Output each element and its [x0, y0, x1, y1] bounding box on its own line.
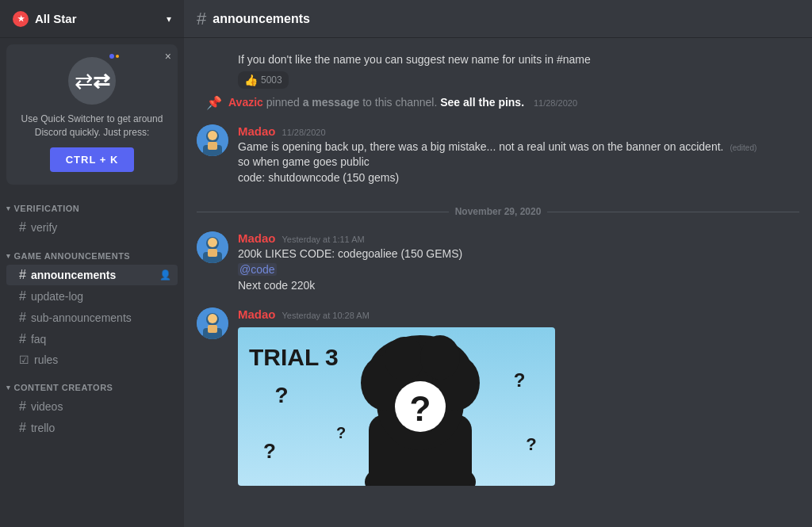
- svg-point-22: [385, 337, 424, 381]
- sidebar-item-trello[interactable]: # trello: [6, 418, 178, 438]
- date-divider: November 29, 2020: [197, 206, 799, 217]
- switcher-arrows-icon: ⇄: [68, 57, 116, 105]
- system-username: Avazic: [228, 96, 263, 109]
- sidebar-item-faq[interactable]: # faq: [6, 329, 178, 349]
- message-text: If you don't like the name you can sugge…: [238, 52, 799, 68]
- message-group-madao-1: Madao 11/28/2020 Game is opening back up…: [197, 121, 799, 189]
- timestamp-3: Yesterday at 10:28 AM: [282, 311, 370, 320]
- channel-header-hash-icon: #: [197, 9, 206, 29]
- reaction-count: 5003: [261, 74, 282, 86]
- username-madao-3: Madao: [238, 307, 276, 321]
- channel-name-faq: faq: [31, 333, 171, 346]
- svg-text:TRIAL 3: TRIAL 3: [249, 344, 339, 370]
- quick-switcher-panel: × ⇄ Use Quick Switcher to get aroundDisc…: [6, 44, 178, 185]
- reaction[interactable]: 👍 5003: [238, 71, 289, 89]
- svg-rect-14: [208, 325, 217, 333]
- svg-point-3: [208, 131, 217, 140]
- system-text: Avazic pinned a message to this channel.…: [228, 96, 577, 109]
- hash-icon: #: [19, 332, 26, 346]
- message-text-next: Next code 220k: [238, 278, 799, 294]
- svg-text:?: ?: [336, 424, 346, 441]
- avatar-madao-3: [197, 307, 228, 339]
- section-chevron-icon: ▾: [6, 252, 11, 260]
- svg-point-23: [420, 335, 460, 380]
- sidebar-item-sub-announcements[interactable]: # sub-announcements: [6, 307, 178, 328]
- message-header: Madao 11/28/2020: [238, 124, 799, 138]
- system-message-pin: 📌 Avazic pinned a message to this channe…: [197, 92, 799, 113]
- hash-icon: #: [19, 311, 26, 325]
- section-chevron-icon: ▾: [6, 204, 11, 212]
- quick-switcher-shortcut[interactable]: CTRL + K: [50, 147, 135, 172]
- close-icon[interactable]: ×: [165, 51, 171, 62]
- channel-name-videos: videos: [31, 400, 171, 413]
- edited-tag: (edited): [730, 143, 756, 152]
- channel-name-verify: verify: [31, 221, 171, 234]
- svg-text:?: ?: [514, 369, 526, 391]
- sidebar-item-announcements[interactable]: # announcements 👤: [6, 265, 178, 285]
- section-chevron-icon: ▾: [6, 384, 11, 391]
- main-content: # announcements If you don't like the na…: [184, 0, 812, 527]
- server-icon: ★: [13, 11, 29, 27]
- trial-3-svg: ? ? ? ? ? ?: [238, 327, 555, 486]
- mention: @code: [238, 263, 277, 276]
- channel-name-update-log: update-log: [31, 290, 171, 303]
- hash-icon: #: [19, 399, 26, 414]
- svg-rect-4: [208, 142, 217, 150]
- avatar-madao-2: [197, 231, 228, 263]
- message-group-madao-2: Madao Yesterday at 1:11 AM 200k LIKES CO…: [197, 228, 799, 296]
- chevron-down-icon: ▾: [167, 13, 171, 25]
- date-label: November 29, 2020: [455, 206, 542, 217]
- section-verification[interactable]: ▾ VERIFICATION: [0, 191, 184, 216]
- username-madao: Madao: [238, 124, 276, 138]
- channel-name-sub-announcements: sub-announcements: [31, 311, 171, 324]
- channel-name-trello: trello: [31, 422, 171, 434]
- channel-header: # announcements: [184, 0, 812, 38]
- sidebar-item-videos[interactable]: # videos: [6, 396, 178, 417]
- server-name: ★ All Star: [13, 11, 77, 27]
- sidebar: ★ All Star ▾ × ⇄ Use Quick Switcher to g…: [0, 0, 184, 527]
- svg-text:?: ?: [263, 439, 276, 463]
- svg-point-8: [208, 238, 217, 247]
- timestamp: 11/28/2020: [282, 128, 326, 137]
- server-header[interactable]: ★ All Star ▾: [0, 0, 184, 38]
- reaction-emoji: 👍: [244, 74, 258, 86]
- member-icon: 👤: [159, 269, 171, 281]
- sidebar-item-verify[interactable]: # verify: [6, 217, 178, 238]
- sidebar-item-update-log[interactable]: # update-log: [6, 286, 178, 307]
- message-group-madao-3: Madao Yesterday at 10:28 AM: [197, 304, 799, 489]
- hash-icon: #: [19, 220, 26, 235]
- svg-text:?: ?: [410, 389, 431, 428]
- see-pins-link[interactable]: See all the pins.: [440, 96, 524, 109]
- message-text-2: so when game goes public: [238, 155, 799, 170]
- message-text-200k: 200k LIKES CODE: codegoaliee (150 GEMS): [238, 246, 799, 262]
- message-text-mention: @code: [238, 262, 799, 278]
- channel-header-name: announcements: [213, 12, 310, 26]
- message-header-2: Madao Yesterday at 1:11 AM: [238, 231, 799, 245]
- svg-text:?: ?: [526, 434, 536, 454]
- hash-icon: #: [19, 268, 26, 282]
- sidebar-item-rules[interactable]: ☑ rules: [6, 350, 178, 369]
- channel-list: ▾ VERIFICATION # verify ▾ GAME ANNOUNCEM…: [0, 191, 184, 527]
- hash-icon: #: [19, 421, 26, 435]
- quick-switcher-description: Use Quick Switcher to get aroundDiscord …: [19, 113, 165, 139]
- svg-rect-9: [208, 249, 217, 257]
- timestamp-2: Yesterday at 1:11 AM: [282, 235, 365, 244]
- channel-name-rules: rules: [34, 353, 171, 366]
- message-text-3: code: shutdowncode (150 gems): [238, 170, 799, 186]
- message-content-madao-2: Madao Yesterday at 1:11 AM 200k LIKES CO…: [238, 231, 799, 293]
- trial-image-embed: ? ? ? ? ? ?: [238, 327, 555, 486]
- message-text: Game is opening back up, there was a big…: [238, 139, 799, 155]
- hash-icon: #: [19, 289, 26, 304]
- channel-name-announcements: announcements: [31, 269, 159, 281]
- svg-text:?: ?: [274, 383, 288, 407]
- username-madao-2: Madao: [238, 231, 276, 245]
- message-content: If you don't like the name you can sugge…: [238, 52, 799, 89]
- section-game-announcements[interactable]: ▾ GAME ANNOUNCEMENTS: [0, 239, 184, 264]
- pin-icon: 📌: [206, 95, 222, 110]
- message-content-madao-1: Madao 11/28/2020 Game is opening back up…: [238, 124, 799, 186]
- message-continuation-1: If you don't like the name you can sugge…: [197, 51, 799, 90]
- section-content-creators[interactable]: ▾ CONTENT CREATORS: [0, 370, 184, 395]
- messages-area: If you don't like the name you can sugge…: [184, 38, 812, 527]
- svg-point-13: [208, 314, 217, 323]
- message-content-madao-3: Madao Yesterday at 10:28 AM: [238, 307, 799, 486]
